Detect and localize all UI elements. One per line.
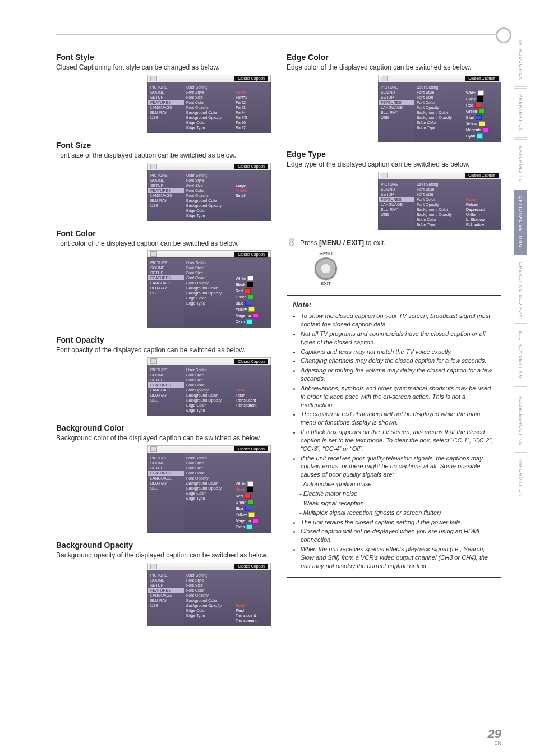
bgColor-title: Background Color <box>56 423 271 432</box>
section-tab[interactable]: WATCHING TV <box>514 139 527 188</box>
fontOpacity-desc: Font opacity of the displayed caption ca… <box>56 345 271 355</box>
osd-value: Font7 <box>236 125 269 130</box>
edgeColor-title: Edge Color <box>287 53 501 62</box>
setting-label: Background Color <box>186 481 232 486</box>
osd-side-menu: PICTURESOUNDSETUPFEATURESLANGUAGEBLU-RAY… <box>148 258 184 327</box>
setting-label: Font Color <box>186 275 232 280</box>
side-menu-item: LANGUAGE <box>150 593 182 598</box>
side-menu-item: LANGUAGE <box>150 105 182 110</box>
note-item: The caption or text characters will not … <box>301 410 495 427</box>
setting-label: Background Opacity <box>186 203 232 208</box>
side-menu-item: FEATURES <box>148 100 184 105</box>
edgeColor-desc: Edge color of the displayed caption can … <box>287 63 501 72</box>
osd-title: Closed Caption <box>234 359 268 364</box>
side-menu-item: FEATURES <box>148 471 184 476</box>
osd-value: Black <box>466 96 500 102</box>
setting-label: Background Opacity <box>186 486 232 491</box>
section-tab[interactable]: PREPARATION <box>514 88 527 138</box>
osd-value: Font6 <box>236 120 269 125</box>
color-swatch <box>245 288 251 293</box>
setting-label: Font Color <box>186 188 232 193</box>
left-column: Font StyleClosed Captioning font style c… <box>56 45 271 631</box>
fontStyle-osd: Closed CaptionPICTURESOUNDSETUPFEATURESL… <box>147 75 271 133</box>
exit-label: EXIT <box>309 281 343 286</box>
side-menu-item: SOUND <box>150 372 182 377</box>
color-swatch <box>245 301 251 306</box>
side-menu-item: USB <box>150 398 182 403</box>
page-number: 29 EN <box>488 727 501 746</box>
side-menu-item: SETUP <box>381 192 412 197</box>
color-swatch <box>475 103 481 108</box>
side-menu-item: USB <box>150 203 182 208</box>
osd-value: Yellow <box>236 511 269 518</box>
note-item: Not all TV programs and commercials have… <box>301 330 495 347</box>
osd-value: Raised <box>466 202 500 207</box>
side-menu-item: SETUP <box>150 270 182 275</box>
setting-label: Font Color <box>417 197 463 202</box>
setting-label: Edge Color <box>186 608 232 613</box>
side-menu-item: PICTURE <box>150 85 182 90</box>
side-menu-item: USB <box>150 291 182 296</box>
osd-values: WhiteBlackRedGreenBlueYellowMagentaCyan <box>234 258 270 327</box>
side-menu-item: LANGUAGE <box>150 193 182 198</box>
color-swatch <box>477 133 483 139</box>
section-tab[interactable]: INFORMATION <box>514 454 527 503</box>
setting-label: User Setting <box>186 455 232 460</box>
side-menu-item: SETUP <box>150 583 182 588</box>
setting-label: Font Style <box>186 460 232 465</box>
note-item: The unit retains the closed caption sett… <box>301 518 495 527</box>
osd-value: Red <box>466 102 500 108</box>
setting-label: Background Color <box>186 198 232 203</box>
bgColor-desc: Background color of the displayed captio… <box>56 434 271 443</box>
section-tabs: INTRODUCTIONPREPARATIONWATCHING TVOPTION… <box>514 34 527 734</box>
setting-label: Font Size <box>186 465 232 471</box>
osd-value: None <box>466 197 500 202</box>
osd-value: Translucent <box>236 398 269 403</box>
color-swatch <box>246 524 252 529</box>
window-icon <box>150 76 157 81</box>
setting-label: Edge Type <box>186 496 232 501</box>
section-tab[interactable]: BLU-RAY SETTING <box>514 325 527 385</box>
setting-label: Font Size <box>186 95 232 100</box>
osd-value: Cyan <box>236 319 269 325</box>
note-box: Note: To show the closed caption on your… <box>287 295 501 578</box>
right-column: Edge ColorEdge color of the displayed ca… <box>287 45 501 631</box>
side-menu-item: SOUND <box>150 460 182 465</box>
setting-label: Background Color <box>186 393 232 398</box>
side-menu-item: PICTURE <box>150 367 182 372</box>
side-menu-item: BLU-RAY <box>150 393 182 398</box>
setting-label: Font Size <box>186 183 232 188</box>
osd-value: R.Shadow <box>466 222 500 227</box>
section-tab[interactable]: OPTIONAL SETTING <box>514 190 527 254</box>
side-menu-item: USB <box>381 212 412 217</box>
section-tab[interactable]: INTRODUCTION <box>514 34 527 87</box>
fontSize-title: Font Size <box>56 141 271 150</box>
osd-value: Blue <box>466 114 500 121</box>
window-icon <box>150 358 157 364</box>
osd-value: Transparent <box>236 403 269 408</box>
color-swatch <box>248 500 254 505</box>
setting-label: Font Size <box>186 583 232 588</box>
top-divider <box>56 34 501 35</box>
edgeColor-osd: Closed CaptionPICTURESOUNDSETUPFEATURESL… <box>378 75 501 142</box>
setting-label: User Setting <box>417 85 463 90</box>
osd-value: Black <box>236 487 269 493</box>
osd-value: Font3 <box>236 105 269 110</box>
setting-label: Font Opacity <box>186 388 232 393</box>
setting-label: Font Color <box>186 588 232 593</box>
osd-value: Magenta <box>236 312 269 319</box>
section-tab[interactable]: OPERATING BLU-RAY <box>514 256 527 324</box>
osd-value: Font0 <box>236 90 269 95</box>
section-tab[interactable]: TROUBLESHOOTING <box>514 386 527 452</box>
side-menu-item: SOUND <box>150 578 182 583</box>
osd-setting-labels: User SettingFont StyleFont SizeFont Colo… <box>184 365 234 415</box>
note-subitem: - Multiplex signal reception (ghosts or … <box>299 509 495 517</box>
osd-value: Font4 <box>236 110 269 115</box>
side-menu-item: SETUP <box>150 95 182 100</box>
setting-label: Font Style <box>417 187 463 192</box>
osd-value: White <box>466 90 500 96</box>
window-icon <box>381 76 388 81</box>
osd-title: Closed Caption <box>465 173 499 178</box>
side-menu-item: FEATURES <box>148 588 184 593</box>
setting-label: Edge Type <box>417 222 463 227</box>
